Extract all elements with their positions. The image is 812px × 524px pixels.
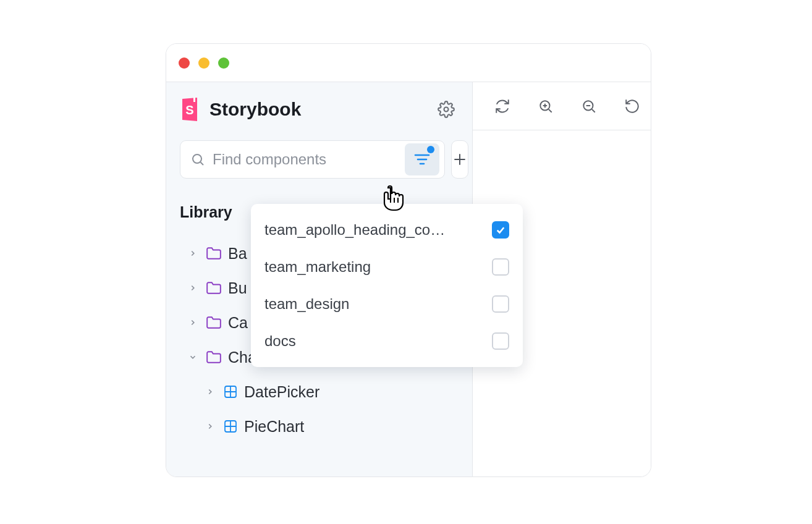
filter-button[interactable] [405,143,439,175]
checkbox-checked[interactable] [492,221,509,239]
chevron-right-icon [188,249,200,258]
reset-icon [624,98,640,114]
close-window-button[interactable] [179,57,190,69]
folder-icon [206,316,222,329]
chevron-right-icon [206,422,217,431]
tree-label: Ca [228,314,248,332]
titlebar [166,44,651,82]
search-icon [190,152,205,167]
settings-button[interactable] [434,97,459,122]
reset-zoom-button[interactable] [622,96,642,116]
component-icon [223,384,238,399]
checkbox[interactable] [492,332,509,350]
svg-text:S: S [185,103,193,117]
filter-option[interactable]: docs [251,323,523,360]
tree-label: PieChart [244,418,304,436]
gear-icon [438,101,455,118]
search-input[interactable] [213,151,397,168]
check-icon [495,224,506,235]
sync-icon [494,98,510,114]
chevron-right-icon [188,318,200,327]
maximize-window-button[interactable] [218,57,229,69]
search-row [180,140,459,179]
brand: S Storybook [180,97,459,122]
tree-component[interactable]: PieChart [180,409,459,444]
filter-icon [414,153,430,166]
svg-line-4 [201,163,204,166]
filter-option[interactable]: team_design [251,285,523,323]
filter-option-label: team_marketing [264,258,371,276]
svg-point-3 [193,154,201,163]
svg-line-17 [549,109,552,112]
zoom-in-icon [538,98,554,114]
storybook-logo-icon: S [180,97,202,122]
filter-option-label: docs [264,332,296,350]
tree-component[interactable]: DatePicker [180,374,459,409]
filter-option-label: team_apollo_heading_cop... [264,221,450,239]
svg-point-2 [444,108,449,112]
checkbox[interactable] [492,258,509,276]
component-icon [223,419,238,434]
minimize-window-button[interactable] [198,57,209,69]
tree-label: Bu [228,279,247,297]
zoom-in-button[interactable] [536,96,556,116]
zoom-out-icon [581,98,597,114]
filter-option-label: team_design [264,295,349,313]
chevron-right-icon [206,387,217,396]
tree-label: Ba [228,245,247,263]
tree-label: DatePicker [244,383,319,401]
search-box[interactable] [180,140,445,179]
chevron-right-icon [188,284,200,292]
filter-option[interactable]: team_marketing [251,248,523,285]
filter-active-indicator [427,146,434,153]
filter-popover: team_apollo_heading_cop... team_marketin… [251,204,523,367]
folder-icon [206,247,222,260]
svg-rect-0 [193,98,195,102]
folder-icon [206,281,222,295]
filter-option[interactable]: team_apollo_heading_cop... [251,211,523,248]
brand-name: Storybook [209,99,301,120]
folder-icon [206,350,222,364]
chevron-down-icon [188,353,200,361]
add-button[interactable] [451,140,468,179]
preview-toolbar [473,82,651,130]
sync-button[interactable] [493,96,512,116]
svg-line-21 [592,109,595,112]
zoom-out-button[interactable] [579,96,599,116]
checkbox[interactable] [492,295,509,313]
plus-icon [452,151,468,167]
